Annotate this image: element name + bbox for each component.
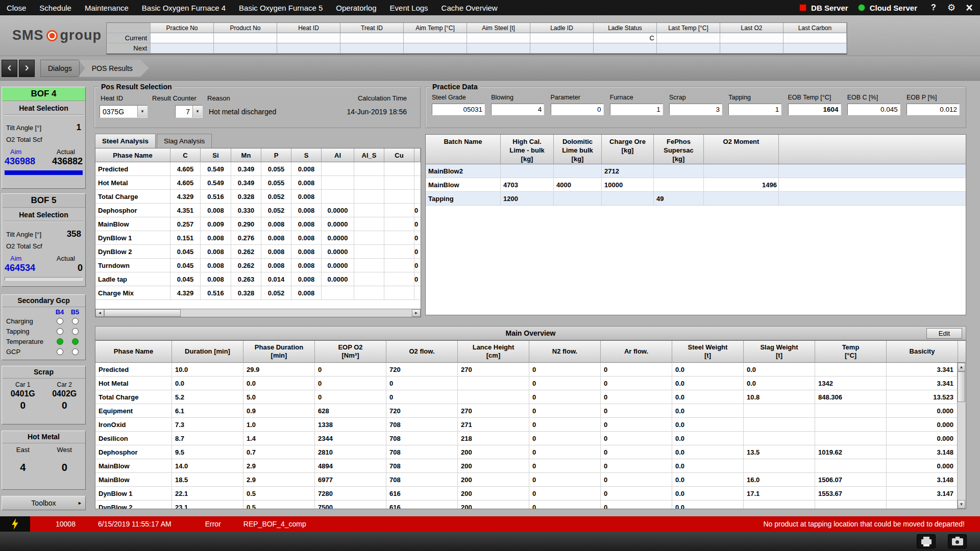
column-header[interactable]: Basicity xyxy=(887,341,958,363)
table-row[interactable]: DynBlow 1 22.1 0.5 7280 616 200 0 0 0.0 … xyxy=(95,487,966,500)
nav-forward-button[interactable]: › xyxy=(19,60,35,77)
column-header[interactable]: Al_S xyxy=(354,148,384,162)
alarm-flash-button[interactable] xyxy=(0,516,30,532)
menu-item[interactable]: Operatorlog xyxy=(329,0,383,15)
table-row[interactable]: Tapping 1200 49 xyxy=(426,192,966,206)
menu-item[interactable]: Maintenance xyxy=(78,0,135,15)
column-header[interactable]: Phase Name xyxy=(95,148,170,162)
column-header[interactable]: Phase Name xyxy=(95,341,172,363)
chevron-down-icon[interactable]: ▼ xyxy=(192,106,202,117)
scroll-up-icon[interactable]: ▲ xyxy=(958,363,965,371)
horizontal-scrollbar[interactable]: ◄ ► xyxy=(95,309,421,317)
column-header[interactable]: C xyxy=(170,148,201,162)
column-header[interactable]: N2 flow. xyxy=(529,341,601,363)
table-row[interactable]: MainBlow 18.5 2.9 6977 708 200 0 0 0.0 1… xyxy=(95,473,966,487)
dialogs-tab[interactable]: Dialogs xyxy=(40,60,80,77)
gcp-b4-indicator[interactable] xyxy=(57,328,63,335)
result-counter-dropdown[interactable]: 7 ▼ xyxy=(175,105,203,118)
column-header[interactable]: FePhos Supersac [kg] xyxy=(654,135,704,164)
table-row[interactable]: Ladle tap 0.045 0.008 0.263 0.014 0.008 … xyxy=(95,272,421,286)
heat-id-dropdown[interactable]: 0375G ▼ xyxy=(100,105,148,118)
table-row[interactable]: Equipment 6.1 0.9 628 720 270 0 0 0.0 0.… xyxy=(95,404,966,418)
analysis-tab[interactable]: Steel Analysis xyxy=(95,134,156,148)
column-header[interactable]: Charge Ore [kg] xyxy=(602,135,654,164)
menu-item[interactable]: Close xyxy=(0,0,33,15)
gcp-b5-indicator[interactable] xyxy=(72,318,79,324)
scroll-down-icon[interactable]: ▼ xyxy=(958,500,965,509)
menu-item[interactable]: Event Logs xyxy=(383,0,435,15)
column-header[interactable]: Al xyxy=(322,148,354,162)
gcp-b4-indicator[interactable] xyxy=(57,318,63,324)
screenshot-button[interactable] xyxy=(948,534,967,548)
edit-button[interactable]: Edit xyxy=(926,328,962,339)
toolbox-button[interactable]: Toolbox ► xyxy=(2,496,86,510)
table-row[interactable]: Hot Metal 0.0 0.0 0 0 0 0 0.0 0.0 1342 3… xyxy=(95,377,966,390)
table-row[interactable]: Dephosphor 9.5 0.7 2810 708 200 0 0 0.0 … xyxy=(95,445,966,459)
column-header[interactable] xyxy=(779,135,966,164)
table-row[interactable]: MainBlow 0.257 0.009 0.290 0.008 0.008 0… xyxy=(95,217,421,231)
column-header[interactable]: Steel Weight [t] xyxy=(672,341,744,363)
gcp-b5-indicator[interactable] xyxy=(72,348,79,355)
settings-gear-icon[interactable]: ⚙ xyxy=(945,2,958,14)
chevron-down-icon[interactable]: ▼ xyxy=(137,106,147,117)
bof5-title[interactable]: BOF 5 xyxy=(2,194,85,208)
column-header[interactable]: S xyxy=(291,148,322,162)
column-header[interactable]: Ar flow. xyxy=(601,341,672,363)
table-row[interactable]: DynBlow 1 0.151 0.008 0.276 0.008 0.008 … xyxy=(95,231,421,245)
column-header[interactable]: O2 flow. xyxy=(386,341,458,363)
table-row[interactable]: Desilicon 8.7 1.4 2344 708 218 0 0 0.0 0… xyxy=(95,432,966,445)
table-row[interactable]: Hot Metal 4.605 0.549 0.349 0.055 0.008 xyxy=(95,176,421,190)
column-header[interactable]: Mn xyxy=(231,148,261,162)
column-header[interactable]: P xyxy=(261,148,291,162)
table-row[interactable]: Total Charge 5.2 5.0 0 0 0 0 0.0 10.8 84… xyxy=(95,390,966,404)
practice-field-value[interactable]: 1 xyxy=(610,104,663,115)
practice-field-value[interactable]: 4 xyxy=(491,104,544,115)
nav-back-button[interactable]: ‹ xyxy=(2,60,17,77)
table-row[interactable]: Predicted 10.0 29.9 0 720 270 0 0 0.0 0.… xyxy=(95,363,966,377)
table-row[interactable]: Predicted 4.605 0.549 0.349 0.055 0.008 xyxy=(95,162,421,176)
close-window-icon[interactable]: × xyxy=(963,2,976,14)
breadcrumb[interactable]: POS Results xyxy=(79,60,149,77)
menu-item[interactable]: Basic Oxygen Furnace 4 xyxy=(135,0,232,15)
column-header[interactable]: O2 Moment xyxy=(704,135,779,164)
column-header[interactable]: Cu xyxy=(384,148,414,162)
gcp-b4-indicator[interactable] xyxy=(57,338,63,345)
menu-item[interactable]: Cache Overview xyxy=(435,0,504,15)
table-row[interactable]: Total Charge 4.329 0.516 0.328 0.052 0.0… xyxy=(95,190,421,204)
bof4-title[interactable]: BOF 4 xyxy=(2,87,85,101)
column-header[interactable]: Slag Weight [t] xyxy=(744,341,815,363)
table-row[interactable]: IronOxid 7.3 1.0 1338 708 271 0 0 0.0 0.… xyxy=(95,418,966,432)
print-button[interactable] xyxy=(917,534,936,548)
table-row[interactable]: Turndown 0.045 0.008 0.262 0.008 0.008 0… xyxy=(95,259,421,272)
table-row[interactable]: DynBlow 2 0.045 0.008 0.262 0.008 0.008 … xyxy=(95,245,421,259)
practice-field-value[interactable]: 1 xyxy=(728,104,781,115)
analysis-tab[interactable]: Slag Analysis xyxy=(157,134,212,148)
column-header[interactable] xyxy=(958,341,966,363)
column-header[interactable]: EOP O2 [Nm³] xyxy=(315,341,386,363)
practice-field-value[interactable]: 0.012 xyxy=(906,104,960,115)
table-row[interactable]: MainBlow 14.0 2.9 4894 708 200 0 0 0.0 0… xyxy=(95,459,966,473)
table-row[interactable]: MainBlow 4703 4000 10000 1496 xyxy=(426,178,966,192)
practice-field-value[interactable]: 3 xyxy=(669,104,722,115)
scrollbar-thumb[interactable] xyxy=(958,371,965,402)
table-row[interactable]: MainBlow2 2712 xyxy=(426,164,966,178)
column-header[interactable]: Dolomitic Lime bulk [kg] xyxy=(554,135,602,164)
gcp-b5-indicator[interactable] xyxy=(72,328,79,335)
scroll-right-icon[interactable]: ► xyxy=(412,309,421,317)
column-header[interactable]: High Cal. Lime - bulk [kg] xyxy=(501,135,554,164)
table-row[interactable]: Charge Mix 4.329 0.516 0.328 0.052 0.008 xyxy=(95,286,421,300)
practice-field-value[interactable]: 05031 xyxy=(432,104,485,115)
column-header[interactable]: Phase Duration [min] xyxy=(243,341,315,363)
scrollbar-thumb[interactable] xyxy=(104,309,181,317)
menu-item[interactable]: Basic Oxygen Furnace 5 xyxy=(232,0,329,15)
column-header[interactable]: Lance Height [cm] xyxy=(458,341,529,363)
gcp-b5-indicator[interactable] xyxy=(72,338,79,345)
column-header[interactable] xyxy=(414,148,421,162)
column-header[interactable]: Si xyxy=(201,148,231,162)
menu-item[interactable]: Schedule xyxy=(33,0,78,15)
column-header[interactable]: Batch Name xyxy=(426,135,501,164)
gcp-b4-indicator[interactable] xyxy=(57,348,63,355)
table-row[interactable]: Dephosphor 4.351 0.008 0.330 0.052 0.008… xyxy=(95,204,421,217)
practice-field-value[interactable]: 0.045 xyxy=(847,104,900,115)
help-button[interactable]: ? xyxy=(927,2,940,14)
